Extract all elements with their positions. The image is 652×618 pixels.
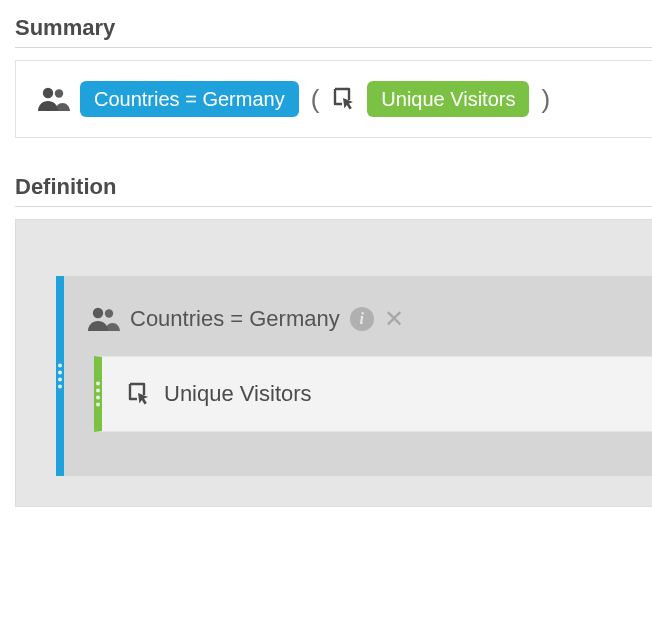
- svg-point-2: [93, 308, 103, 318]
- segment-label: Countries = Germany: [130, 306, 340, 332]
- drag-handle-icon[interactable]: [58, 364, 62, 389]
- svg-point-0: [43, 88, 53, 98]
- cursor-click-icon: [126, 381, 152, 407]
- svg-point-1: [55, 89, 63, 97]
- people-icon: [36, 86, 70, 112]
- summary-box: Countries = Germany ( Unique Visitors ): [15, 60, 652, 138]
- segment-container[interactable]: Countries = Germany i ✕ Unique Visitors: [56, 276, 652, 476]
- paren-open: (: [309, 84, 322, 115]
- metric-container[interactable]: Unique Visitors: [94, 356, 652, 432]
- definition-heading: Definition: [15, 174, 652, 207]
- definition-canvas: Countries = Germany i ✕ Unique Visitors: [15, 219, 652, 507]
- metric-label: Unique Visitors: [164, 381, 312, 407]
- segment-row: Countries = Germany i ✕: [86, 306, 652, 332]
- close-icon[interactable]: ✕: [384, 307, 404, 331]
- paren-close: ): [539, 84, 552, 115]
- summary-heading: Summary: [15, 15, 652, 48]
- segment-pill[interactable]: Countries = Germany: [80, 81, 299, 117]
- svg-point-3: [105, 309, 113, 317]
- cursor-click-icon: [331, 86, 357, 112]
- drag-handle-icon[interactable]: [96, 382, 100, 407]
- info-icon[interactable]: i: [350, 307, 374, 331]
- people-icon: [86, 306, 120, 332]
- metric-pill[interactable]: Unique Visitors: [367, 81, 529, 117]
